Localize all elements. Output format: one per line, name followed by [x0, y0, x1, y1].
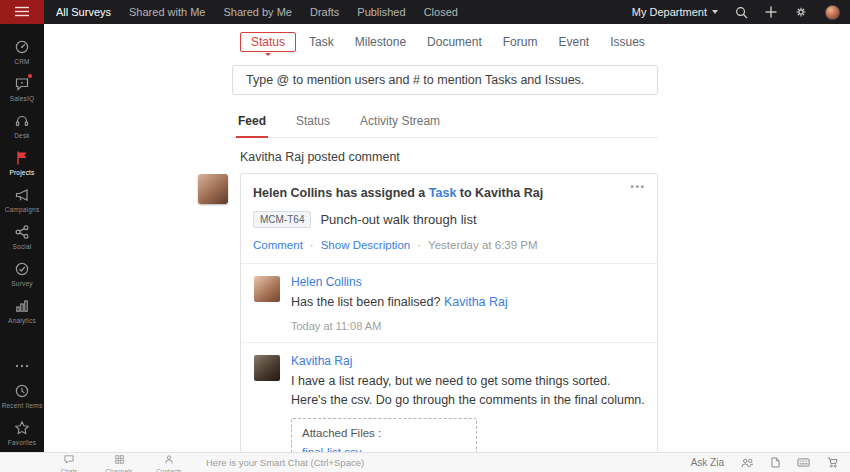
sidebar-item-social[interactable]: Social [0, 219, 44, 256]
tab-forum[interactable]: Forum [495, 32, 546, 52]
commenter-name-link[interactable]: Helen Collins [291, 275, 645, 289]
department-selector[interactable]: My Department [632, 6, 718, 18]
hamburger-menu-button[interactable] [0, 0, 44, 24]
mention-input[interactable] [233, 73, 657, 87]
poster-avatar [198, 174, 228, 204]
sidebar-item-label: Projects [9, 169, 34, 176]
gear-icon[interactable] [794, 5, 808, 19]
card-title-post: to Kavitha Raj [456, 186, 543, 200]
task-id-badge: MCM-T64 [253, 211, 311, 228]
attachment-label: Attached Files : [302, 427, 466, 439]
show-description-link[interactable]: Show Description [321, 239, 410, 251]
sidebar-item-survey[interactable]: Survey [0, 256, 44, 293]
notification-dot [28, 74, 32, 78]
comment-text: I have a list ready, but we need to get … [291, 372, 645, 408]
sidebar-item-label: SalesIQ [10, 95, 35, 102]
attachment-box: Attached Files : final-list.csv [291, 418, 477, 452]
bottombar-item-label: Contacts [156, 468, 182, 472]
mention-link[interactable]: Kavitha Raj [444, 295, 508, 309]
feed-tabs: Feed Status Activity Stream [232, 111, 658, 138]
bottombar-item-label: Channels [105, 468, 132, 472]
tab-milestone[interactable]: Milestone [347, 32, 414, 52]
commenter-avatar [254, 276, 280, 302]
cart-icon[interactable] [827, 457, 838, 468]
campaigns-icon [14, 187, 30, 203]
topbar-tab-drafts[interactable]: Drafts [310, 6, 339, 18]
sidebar-item-recent-items[interactable]: Recent Items [0, 378, 44, 415]
comment-text: Has the list been finalised? Kavitha Raj [291, 293, 645, 311]
sidebar-item-label: CRM [14, 58, 29, 65]
bottombar-left: Chats Channels Contacts [44, 453, 194, 472]
tab-status[interactable]: Status [240, 32, 296, 52]
bottombar-item-contacts[interactable]: Contacts [144, 453, 194, 472]
bottombar-item-label: Chats [61, 468, 78, 472]
sidebar-item-desk[interactable]: Desk [0, 108, 44, 145]
tab-task[interactable]: Task [301, 32, 342, 52]
sidebar-item-crm[interactable]: CRM [0, 34, 44, 71]
task-row: MCM-T64 Punch-out walk through list [241, 208, 657, 236]
sidebar-more-button[interactable] [0, 356, 44, 378]
post-timestamp: Yesterday at 6:39 PM [428, 239, 538, 251]
chats-icon [64, 450, 74, 468]
comment-timestamp: Today at 11:08 AM [291, 320, 645, 332]
sidebar-item-campaigns[interactable]: Campaigns [0, 182, 44, 219]
bottombar-right: Ask Zia [691, 457, 850, 468]
feed-tab-status[interactable]: Status [294, 111, 332, 137]
projects-icon [14, 150, 30, 166]
task-title[interactable]: Punch-out walk through list [320, 212, 476, 227]
task-link[interactable]: Task [429, 186, 457, 200]
commenter-name-link[interactable]: Kavitha Raj [291, 354, 645, 368]
card-actions: Comment · Show Description · Yesterday a… [241, 236, 657, 263]
topbar-right: My Department [632, 5, 850, 20]
user-avatar[interactable] [825, 5, 840, 20]
sidebar-item-salesiq[interactable]: SalesIQ [0, 71, 44, 108]
hamburger-icon [15, 3, 29, 21]
smart-chat-hint: Here is your Smart Chat (Ctrl+Space) [206, 457, 364, 468]
feed-tab-activity-stream[interactable]: Activity Stream [358, 111, 442, 137]
social-icon [14, 224, 30, 240]
sidebar-item-projects[interactable]: Projects [0, 145, 44, 182]
topbar-tab-published[interactable]: Published [357, 6, 405, 18]
contacts-icon [164, 450, 174, 468]
sidebar-item-analytics[interactable]: Analytics [0, 293, 44, 330]
feed-tab-feed[interactable]: Feed [236, 111, 268, 138]
topbar-tab-closed[interactable]: Closed [424, 6, 458, 18]
comment-item: Kavitha Raj I have a list ready, but we … [241, 342, 657, 452]
topbar: All Surveys Shared with Me Shared by Me … [0, 0, 850, 24]
sidebar-item-label: Recent Items [2, 402, 43, 409]
feed-post: Helen Collins has assigned a Task to Kav… [240, 173, 658, 452]
comment-item: Helen Collins Has the list been finalise… [241, 264, 657, 342]
topbar-tab-shared-by-me[interactable]: Shared by Me [223, 6, 291, 18]
more-options-icon[interactable]: ••• [631, 182, 646, 194]
sidebar-item-label: Campaigns [5, 206, 40, 213]
tab-issues[interactable]: Issues [602, 32, 653, 52]
feed-card: Helen Collins has assigned a Task to Kav… [240, 173, 658, 452]
more-dots-icon [15, 358, 29, 374]
module-tabs: Status Task Milestone Document Forum Eve… [240, 32, 658, 52]
app-window: All Surveys Shared with Me Shared by Me … [0, 0, 850, 472]
card-title: Helen Collins has assigned a Task to Kav… [241, 174, 657, 208]
bottombar-item-channels[interactable]: Channels [94, 453, 144, 472]
commenter-avatar [254, 355, 280, 381]
comment-action-link[interactable]: Comment [253, 239, 303, 251]
salesiq-icon [14, 76, 30, 92]
document-icon[interactable] [771, 457, 780, 468]
separator-dot: · [417, 239, 421, 251]
recent-items-icon [14, 383, 30, 399]
department-label: My Department [632, 6, 707, 18]
users-icon[interactable] [741, 458, 754, 468]
topbar-tab-shared-with-me[interactable]: Shared with Me [129, 6, 205, 18]
bottombar-item-chats[interactable]: Chats [44, 453, 94, 472]
sidebar-item-favorites[interactable]: Favorites [0, 415, 44, 452]
tab-event[interactable]: Event [550, 32, 597, 52]
topbar-tab-all-surveys[interactable]: All Surveys [56, 6, 111, 18]
keyboard-icon[interactable] [797, 458, 810, 467]
sidebar-item-label: Analytics [8, 317, 36, 324]
sidebar-item-label: Survey [11, 280, 32, 287]
channels-icon [115, 450, 124, 468]
tab-document[interactable]: Document [419, 32, 490, 52]
plus-icon[interactable] [765, 6, 777, 18]
ask-zia-button[interactable]: Ask Zia [691, 457, 724, 468]
search-icon[interactable] [735, 6, 748, 19]
sidebar-item-label: Favorites [8, 439, 37, 446]
